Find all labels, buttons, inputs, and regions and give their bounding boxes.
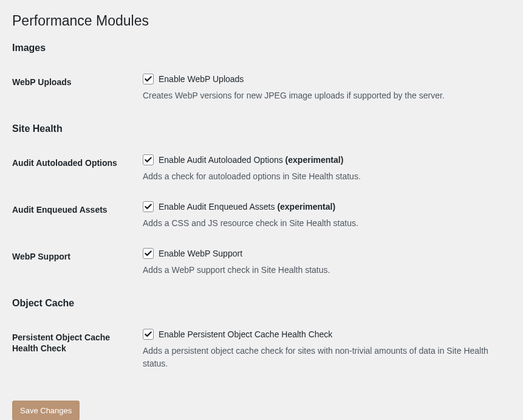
setting-label-webp-support: WebP Support [12,239,143,286]
checkbox-persistent-cache[interactable] [143,329,154,340]
checkbox-label-persistent-cache[interactable]: Enable Persistent Object Cache Health Ch… [159,329,332,339]
settings-table-site-health: Audit Autoloaded Options Enable Audit Au… [12,145,511,286]
setting-description-webp-support: Adds a WebP support check in Site Health… [143,264,505,277]
save-changes-button[interactable]: Save Changes [12,401,80,420]
setting-description-audit-enqueued: Adds a CSS and JS resource check in Site… [143,217,505,230]
settings-table-object-cache: Persistent Object Cache Health Check Ena… [12,320,511,379]
section-title-object-cache: Object Cache [12,298,511,309]
setting-description-webp-uploads: Creates WebP versions for new JPEG image… [143,89,505,102]
setting-label-webp-uploads: WebP Uploads [12,64,143,111]
checkmark-icon [144,330,152,339]
checkmark-icon [144,202,152,211]
checkmark-icon [144,156,152,164]
checkbox-webp-uploads[interactable] [143,74,154,84]
setting-row-persistent-cache: Persistent Object Cache Health Check Ena… [12,320,511,379]
section-title-images: Images [12,43,511,53]
setting-description-persistent-cache: Adds a persistent object cache check for… [143,345,505,370]
checkbox-label-audit-autoloaded[interactable]: Enable Audit Autoloaded Options (experim… [159,155,343,165]
checkbox-label-audit-enqueued[interactable]: Enable Audit Enqueued Assets (experiment… [159,202,335,212]
setting-row-audit-enqueued: Audit Enqueued Assets Enable Audit Enque… [12,192,511,239]
checkbox-audit-autoloaded[interactable] [143,154,154,165]
section-title-site-health: Site Health [12,123,511,134]
checkmark-icon [144,75,152,83]
setting-description-audit-autoloaded: Adds a check for autoloaded options in S… [143,170,505,183]
settings-table-images: WebP Uploads Enable WebP Uploads Creates… [12,64,511,111]
checkbox-label-webp-support[interactable]: Enable WebP Support [159,249,242,258]
setting-row-webp-uploads: WebP Uploads Enable WebP Uploads Creates… [12,64,511,111]
page-title: Performance Modules [12,12,511,30]
checkbox-webp-support[interactable] [143,248,154,259]
setting-label-audit-autoloaded: Audit Autoloaded Options [12,145,143,192]
setting-label-audit-enqueued: Audit Enqueued Assets [12,192,143,239]
checkbox-label-webp-uploads[interactable]: Enable WebP Uploads [159,74,244,84]
setting-row-audit-autoloaded: Audit Autoloaded Options Enable Audit Au… [12,145,511,192]
checkmark-icon [144,249,152,258]
checkbox-audit-enqueued[interactable] [143,201,154,212]
setting-label-persistent-cache: Persistent Object Cache Health Check [12,320,143,379]
setting-row-webp-support: WebP Support Enable WebP Support Adds a … [12,239,511,286]
